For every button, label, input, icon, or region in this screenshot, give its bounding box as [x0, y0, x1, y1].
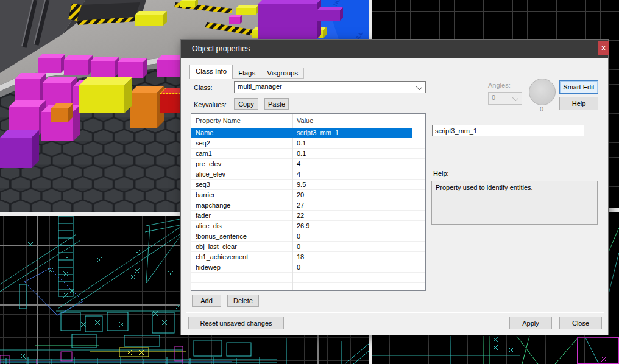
property-name-cell: cam1	[196, 150, 212, 157]
table-row[interactable]: hidewep0	[191, 262, 412, 273]
tab-bar: Class InfoFlagsVisgroups	[189, 65, 304, 79]
tab-class-info[interactable]: Class Info	[189, 65, 233, 79]
table-row[interactable]: ch1_achievement18	[191, 252, 412, 262]
delete-button[interactable]: Delete	[227, 295, 259, 307]
table-row[interactable]: alice_dis26.9	[191, 221, 412, 231]
angles-label: Angles:	[488, 82, 511, 89]
angle-dial-value: 0	[537, 105, 546, 113]
help-label: Help:	[433, 170, 449, 177]
brush-yellow[interactable]	[79, 85, 124, 113]
brush-magenta[interactable]	[64, 60, 88, 75]
brush-yellow[interactable]	[180, 1, 195, 7]
table-row[interactable]: pre_elev4	[191, 159, 412, 169]
keyvalues-label: Keyvalues:	[194, 101, 227, 108]
brush-magenta[interactable]	[15, 79, 40, 102]
table-row[interactable]: !bonus_sentence0	[191, 231, 412, 242]
brush-purple[interactable]	[0, 138, 32, 168]
reset-unsaved-changes-button[interactable]: Reset unsaved changes	[188, 317, 284, 329]
property-value-cell: 0	[297, 233, 300, 240]
table-row[interactable]: Namescript3_mm_1	[191, 128, 412, 138]
class-dropdown[interactable]: multi_manager	[234, 81, 426, 93]
brush-magenta[interactable]	[118, 62, 143, 78]
close-button[interactable]: Close	[559, 317, 602, 329]
brush-orange[interactable]	[130, 93, 157, 128]
dialog-titlebar[interactable]: Object properties	[181, 40, 608, 58]
brush-magenta[interactable]	[91, 61, 115, 77]
property-value-cell: 0.1	[297, 139, 306, 147]
smart-edit-button[interactable]: Smart Edit	[559, 80, 598, 94]
entity-x-markers	[21, 242, 181, 359]
value-input[interactable]	[432, 125, 584, 136]
property-value-cell: 0.1	[297, 150, 306, 157]
class-dropdown-value: multi_manager	[238, 83, 282, 90]
brush-magenta[interactable]	[229, 17, 240, 24]
brush-red-selected[interactable]	[160, 94, 180, 113]
table-row[interactable]: mapchange27	[191, 200, 412, 211]
property-name-cell: pre_elev	[196, 160, 221, 167]
help-text-box: Property used to identify entities.	[431, 181, 598, 225]
apply-button[interactable]: Apply	[509, 317, 552, 329]
angle-dial[interactable]	[529, 79, 556, 105]
property-value-cell: 18	[297, 253, 304, 261]
object-properties-dialog: Object properties x Class InfoFlagsVisgr…	[180, 39, 609, 335]
dialog-title: Object properties	[192, 44, 250, 53]
property-name-cell: mapchange	[196, 201, 231, 209]
property-value-cell: 27	[297, 201, 304, 209]
copy-button[interactable]: Copy	[234, 98, 258, 110]
add-button[interactable]: Add	[192, 295, 221, 307]
brush-orange[interactable]	[51, 108, 68, 122]
brush-yellow[interactable]	[236, 8, 256, 15]
property-name-cell: barrier	[196, 191, 215, 198]
property-value-cell: 0	[297, 243, 300, 250]
paste-button[interactable]: Paste	[264, 98, 289, 110]
close-icon[interactable]: x	[598, 41, 609, 55]
table-row[interactable]: cam10.1	[191, 149, 412, 159]
chevron-down-icon	[512, 95, 518, 101]
property-name-cell: obj_last_clear	[196, 243, 237, 250]
property-value-cell: 20	[297, 191, 304, 198]
property-name-cell: fader	[196, 212, 211, 219]
brush-purple-arm[interactable]	[317, 10, 340, 21]
property-name-cell: alice_dis	[196, 222, 222, 229]
dialog-divider	[186, 312, 604, 313]
property-value-cell: 4	[297, 160, 300, 167]
property-value-cell: 9.5	[297, 181, 306, 188]
brush-magenta[interactable]	[157, 60, 180, 77]
brush-magenta[interactable]	[38, 58, 61, 73]
column-header-value: Value	[297, 117, 313, 124]
angles-dropdown: 0	[488, 92, 522, 105]
property-table-header: Property Name Value	[191, 114, 425, 128]
tab-visgroups[interactable]: Visgroups	[261, 68, 304, 79]
table-row[interactable]: seq20.1	[191, 138, 412, 149]
help-button[interactable]: Help	[559, 97, 598, 110]
property-name-cell: seq2	[196, 139, 210, 147]
property-name-cell: hidewep	[196, 264, 221, 271]
property-table-body: Namescript3_mm_1seq20.1cam10.1pre_elev4a…	[191, 128, 425, 290]
property-name-cell: ch1_achievement	[196, 253, 248, 261]
table-row[interactable]: alice_elev4	[191, 169, 412, 180]
property-table: Property Name Value Namescript3_mm_1seq2…	[191, 113, 426, 291]
property-name-cell: !bonus_sentence	[196, 233, 247, 240]
property-name-cell: seq3	[196, 181, 210, 188]
property-value-cell: 0	[297, 264, 300, 271]
property-value-cell: 22	[297, 212, 304, 219]
brush-yellow[interactable]	[135, 15, 163, 26]
brush-purple-large[interactable]	[258, 4, 317, 39]
chevron-down-icon	[416, 84, 422, 90]
property-name-cell: alice_elev	[196, 170, 225, 178]
tab-flags[interactable]: Flags	[233, 68, 261, 79]
hammer-editor-screen: { "window": { "title": "Object propertie…	[0, 0, 619, 364]
property-value-cell: 4	[297, 170, 300, 178]
table-row[interactable]: obj_last_clear0	[191, 242, 412, 252]
angles-dropdown-value: 0	[492, 94, 495, 101]
property-value-cell: 26.9	[297, 222, 310, 229]
table-row[interactable]: barrier20	[191, 190, 412, 200]
table-row[interactable]: fader22	[191, 211, 412, 221]
column-header-property-name: Property Name	[196, 117, 241, 124]
property-name-cell: Name	[196, 129, 213, 136]
class-label: Class:	[194, 84, 213, 91]
table-row[interactable]: seq39.5	[191, 180, 412, 190]
property-value-cell: script3_mm_1	[297, 129, 339, 136]
